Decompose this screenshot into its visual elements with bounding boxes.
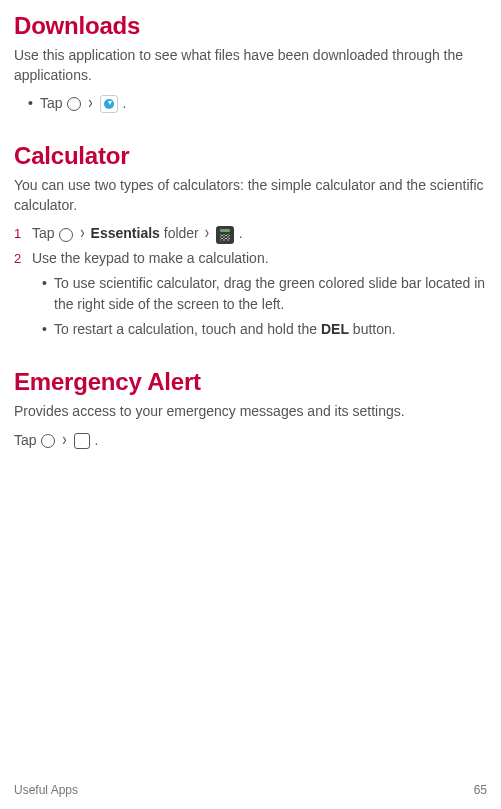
calculator-description: You can use two types of calculators: th…: [14, 176, 487, 215]
del-suffix: button.: [349, 321, 396, 337]
home-circle-icon: [41, 434, 55, 448]
footer-section-label: Useful Apps: [14, 783, 78, 797]
calc-sub-2: • To restart a calculation, touch and ho…: [14, 319, 487, 340]
calc-sub-2-text: To restart a calculation, touch and hold…: [54, 319, 487, 340]
page-content: Downloads Use this application to see wh…: [0, 0, 501, 495]
calc-step-2-line: Use the keypad to make a calculation.: [32, 248, 487, 269]
downloads-tap-row: • Tap › .: [14, 93, 487, 114]
chevron-icon: ›: [60, 426, 68, 453]
calculator-app-icon: [216, 226, 234, 244]
bullet-icon: •: [28, 93, 40, 114]
bullet-icon: •: [42, 273, 54, 294]
chevron-icon: ›: [86, 89, 94, 116]
folder-word: folder: [164, 225, 203, 241]
tap-prefix: Tap: [14, 432, 40, 448]
chevron-icon: ›: [78, 219, 86, 246]
downloads-app-icon: [100, 95, 118, 113]
downloads-description: Use this application to see what files h…: [14, 46, 487, 85]
home-circle-icon: [59, 228, 73, 242]
calc-step-2: 2 Use the keypad to make a calculation.: [14, 248, 487, 269]
calculator-heading: Calculator: [14, 142, 487, 170]
emergency-description: Provides access to your emergency messag…: [14, 402, 487, 422]
chevron-icon: ›: [203, 219, 211, 246]
page-number: 65: [474, 783, 487, 797]
tap-prefix: Tap: [32, 225, 58, 241]
del-label: DEL: [321, 321, 349, 337]
emergency-tap-row: Tap › .: [14, 430, 487, 451]
emergency-app-icon: [74, 433, 90, 449]
bullet-icon: •: [42, 319, 54, 340]
downloads-tap-line: Tap › .: [40, 93, 487, 114]
essentials-label: Essentials: [91, 225, 160, 241]
home-circle-icon: [67, 97, 81, 111]
period: .: [94, 432, 98, 448]
period: .: [239, 225, 243, 241]
calc-step-1-line: Tap › Essentials folder › .: [32, 223, 487, 244]
emergency-heading: Emergency Alert: [14, 368, 487, 396]
calc-sub-1: • To use scientific calculator, drag the…: [14, 273, 487, 315]
step-number-1: 1: [14, 223, 32, 244]
page-footer: Useful Apps 65: [14, 783, 487, 797]
calc-sub-1-text: To use scientific calculator, drag the g…: [54, 273, 487, 315]
calc-step-1: 1 Tap › Essentials folder › .: [14, 223, 487, 244]
downloads-heading: Downloads: [14, 12, 487, 40]
del-prefix: To restart a calculation, touch and hold…: [54, 321, 321, 337]
step-number-2: 2: [14, 248, 32, 269]
tap-prefix: Tap: [40, 95, 66, 111]
period: .: [122, 95, 126, 111]
